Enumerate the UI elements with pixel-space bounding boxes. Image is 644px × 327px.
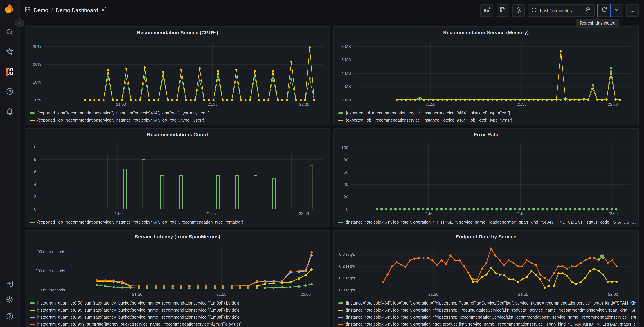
- legend-swatch-icon: [338, 119, 343, 121]
- legend: histogram_quantile(0.50, sum(rate(latenc…: [30, 300, 327, 327]
- legend-swatch-icon: [338, 309, 343, 311]
- error-rate-chart[interactable]: 02040608010021:5021:5522:00: [336, 140, 636, 217]
- legend-item[interactable]: {instance="otelcol:9464", job="otel", op…: [338, 314, 636, 320]
- save-dashboard-button[interactable]: [496, 4, 509, 16]
- bell-icon: [5, 107, 14, 117]
- panel-title[interactable]: Endpoint Rate by Service: [336, 231, 636, 242]
- svg-text:60: 60: [344, 170, 348, 174]
- sidebar-item-search[interactable]: [5, 28, 15, 38]
- endpoint-rate-chart[interactable]: 0.0 req/s0.1 req/s0.2 req/s0.3 req/s21:5…: [336, 242, 636, 298]
- svg-text:6: 6: [34, 170, 36, 174]
- legend-item[interactable]: {exported_job="recommendationservice", i…: [30, 218, 327, 226]
- zoom-out-button[interactable]: [582, 4, 595, 16]
- svg-text:6 MB: 6 MB: [341, 58, 351, 62]
- breadcrumb-page[interactable]: Demo Dashboard: [56, 8, 98, 14]
- legend-item[interactable]: histogram_quantile(0.999, sum(rate(laten…: [30, 320, 327, 327]
- svg-text:20: 20: [344, 194, 348, 199]
- add-panel-button[interactable]: [480, 4, 493, 16]
- svg-text:40: 40: [344, 182, 348, 187]
- legend-item[interactable]: {instance="otelcol:9464", job="otel", op…: [338, 218, 636, 226]
- svg-text:0.0 req/s: 0.0 req/s: [339, 288, 355, 292]
- legend-label: {exported_job="recommendationservice", i…: [37, 220, 243, 224]
- legend-item[interactable]: {exported_job="recommendationservice", i…: [338, 116, 636, 124]
- panel-endpoint-rate: Endpoint Rate by Service 0.0 req/s0.1 re…: [333, 230, 639, 327]
- legend-swatch-icon: [30, 309, 34, 311]
- legend-item[interactable]: {exported_job="recommendationservice", i…: [30, 116, 327, 124]
- legend-swatch-icon: [338, 302, 343, 304]
- panel-recommendations-count: Recommendations Count 024681021:5021:552…: [25, 128, 330, 227]
- recommendations-count-chart[interactable]: 024681021:5021:5522:00: [28, 140, 327, 217]
- panel-title[interactable]: Error Rate: [336, 128, 636, 140]
- grafana-logo-icon[interactable]: [4, 3, 16, 16]
- svg-text:22:00: 22:00: [608, 292, 618, 296]
- sidebar-item-starred[interactable]: [5, 47, 15, 58]
- legend-swatch-icon: [30, 119, 34, 121]
- panel-title[interactable]: Recommendations Count: [28, 128, 327, 140]
- legend-swatch-icon: [30, 222, 34, 223]
- svg-text:21:50: 21:50: [132, 292, 142, 296]
- svg-text:21:50: 21:50: [428, 292, 438, 296]
- svg-text:8 MB: 8 MB: [341, 44, 351, 49]
- svg-text:21:55: 21:55: [516, 102, 526, 106]
- legend-item[interactable]: histogram_quantile(0.99, sum(rate(latenc…: [30, 314, 327, 320]
- legend: {instance="otelcol:9464", job="otel", op…: [338, 300, 636, 327]
- sidebar-item-help[interactable]: [5, 312, 15, 322]
- dashboard-settings-button[interactable]: [512, 4, 525, 16]
- legend-item[interactable]: {instance="otelcol:9464", job="otel", op…: [338, 306, 636, 314]
- legend-item[interactable]: {instance="otelcol:9464", job="otel", op…: [338, 320, 636, 327]
- share-icon[interactable]: [101, 6, 107, 14]
- memory-chart[interactable]: 0 MB2 MB4 MB6 MB8 MB21:5021:5522:00: [336, 38, 636, 108]
- grafana-app: ›: [0, 0, 644, 327]
- legend-label: {instance="otelcol:9464", job="otel", op…: [346, 308, 636, 312]
- sidebar: ›: [0, 0, 20, 327]
- legend-label: {exported_job="recommendationservice", i…: [346, 110, 510, 115]
- legend-swatch-icon: [30, 112, 34, 114]
- legend-item[interactable]: histogram_quantile(0.50, sum(rate(latenc…: [30, 300, 327, 306]
- legend-item[interactable]: histogram_quantile(0.95, sum(rate(latenc…: [30, 306, 327, 314]
- gear-icon: [5, 296, 14, 306]
- kiosk-mode-button[interactable]: [626, 4, 639, 16]
- panel-title[interactable]: Service Latency (from SpanMetrics): [28, 231, 327, 242]
- time-range-picker[interactable]: Last 15 minutes: [528, 4, 582, 16]
- legend-swatch-icon: [30, 324, 34, 325]
- sidebar-item-dashboards[interactable]: [5, 67, 15, 77]
- legend-item[interactable]: {exported_job="recommendationservice", i…: [338, 110, 636, 116]
- panel-recommendation-cpu: Recommendation Service (CPU%) 0%10%20%30…: [25, 26, 330, 125]
- svg-text:0.3 req/s: 0.3 req/s: [339, 252, 355, 257]
- legend-swatch-icon: [338, 112, 343, 114]
- service-latency-chart[interactable]: 0 milliseconds200 milliseconds400 millis…: [28, 242, 327, 298]
- panel-error-rate: Error Rate 02040608010021:5021:5522:00 {…: [333, 128, 639, 227]
- refresh-tooltip: Refresh dashboard: [576, 19, 619, 28]
- legend-label: {instance="otelcol:9464", job="otel", op…: [346, 220, 636, 224]
- refresh-icon: [601, 6, 608, 14]
- sidebar-item-sign-in[interactable]: [5, 279, 15, 290]
- panel-title[interactable]: Recommendation Service (Memory): [336, 26, 636, 38]
- monitor-icon: [629, 6, 636, 14]
- legend-item[interactable]: {exported_job="recommendationservice", i…: [30, 110, 327, 116]
- svg-text:10%: 10%: [33, 80, 41, 84]
- svg-text:21:55: 21:55: [516, 211, 526, 216]
- active-indicator: [6, 68, 8, 76]
- svg-text:8: 8: [34, 157, 36, 162]
- svg-text:0: 0: [34, 207, 36, 211]
- refresh-interval-dropdown[interactable]: [610, 4, 623, 16]
- panel-title[interactable]: Recommendation Service (CPU%): [28, 26, 327, 38]
- sidebar-item-alerting[interactable]: [5, 107, 15, 117]
- legend-item[interactable]: {instance="otelcol:9464", job="otel", op…: [338, 300, 636, 306]
- breadcrumb-separator: /: [51, 8, 53, 14]
- svg-text:4: 4: [34, 182, 36, 186]
- legend-swatch-icon: [338, 324, 343, 325]
- sidebar-item-explore[interactable]: [5, 87, 15, 97]
- svg-text:400 milliseconds: 400 milliseconds: [36, 250, 65, 254]
- legend: {exported_job="recommendationservice", i…: [30, 110, 327, 124]
- breadcrumb-section[interactable]: Demo: [34, 8, 48, 14]
- sidebar-item-settings[interactable]: [5, 296, 15, 306]
- legend-swatch-icon: [30, 316, 34, 318]
- legend-swatch-icon: [338, 316, 343, 318]
- legend-label: {exported_job="recommendationservice", i…: [37, 110, 210, 115]
- svg-text:22:00: 22:00: [608, 102, 618, 106]
- cpu-chart[interactable]: 0%10%20%30%21:5021:5522:00: [28, 38, 327, 108]
- svg-text:20%: 20%: [33, 62, 41, 67]
- sidebar-expand-button[interactable]: ›: [15, 18, 24, 27]
- refresh-button[interactable]: [598, 4, 610, 16]
